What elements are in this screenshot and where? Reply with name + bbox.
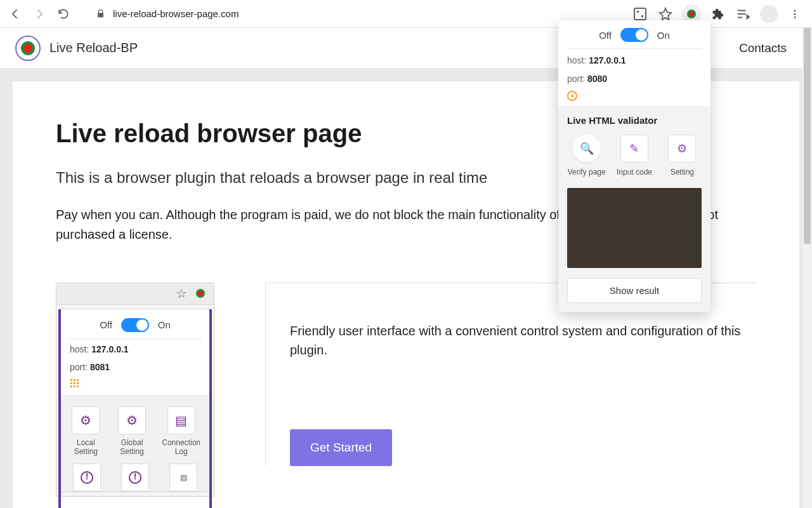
back-icon[interactable] [9, 8, 22, 20]
tile-input-code[interactable]: ✎Input code [615, 135, 653, 177]
toggle-on-label: On [158, 319, 171, 330]
svg-point-2 [794, 16, 796, 18]
tile-global-setting[interactable]: ⚙Global Setting [116, 406, 148, 456]
star-icon: ☆ [176, 286, 187, 301]
preview-panel [567, 188, 702, 268]
reload-icon[interactable] [57, 8, 70, 20]
mini-popup-preview: ☆ Off On host: 127.0.0.1 port: 8081 [56, 283, 214, 497]
lock-icon [94, 8, 107, 20]
star-icon[interactable] [657, 6, 674, 22]
host-value: 127.0.0.1 [91, 344, 128, 354]
popup-host-label: host: [567, 55, 586, 65]
get-started-button[interactable]: Get Started [290, 429, 392, 466]
popup-section-title: Live HTML validator [567, 115, 702, 126]
brand-name: Live Reload-BP [49, 41, 138, 55]
tile-verify-page[interactable]: 🔍Verify page [567, 135, 606, 177]
show-result-button[interactable]: Show result [567, 278, 702, 303]
host-label: host: [70, 344, 89, 354]
scrollbar[interactable] [802, 28, 812, 508]
popup-port-label: port: [567, 74, 585, 84]
toggle-off-label: Off [100, 319, 112, 330]
toggle-switch[interactable] [121, 318, 149, 332]
extensions-puzzle-icon[interactable] [709, 6, 726, 22]
menu-dots-icon[interactable] [787, 6, 803, 22]
forward-icon[interactable] [33, 8, 46, 20]
popup-off-label: Off [599, 30, 612, 41]
popup-port: 8080 [587, 74, 607, 84]
feature-description: Friendly user interface with a convenien… [290, 321, 756, 359]
back-circle-icon[interactable] [567, 91, 577, 101]
svg-point-0 [794, 10, 796, 11]
playlist-icon[interactable] [735, 6, 751, 22]
svg-point-1 [794, 13, 796, 15]
popup-host: 127.0.0.1 [589, 55, 625, 65]
profile-avatar[interactable] [760, 5, 778, 23]
port-label: port: [70, 362, 88, 372]
extension-popup: Off On host: 127.0.0.1 port: 8080 Live H… [558, 20, 710, 312]
nav-contacts[interactable]: Contacts [739, 41, 787, 55]
tile-setting[interactable]: ⚙Setting [663, 135, 702, 177]
popup-on-label: On [657, 30, 670, 41]
tile-local-setting[interactable]: ⚙Local Setting [70, 406, 102, 456]
warning-icon [81, 471, 93, 484]
tile-connection-log[interactable]: ▤Connection Log [162, 406, 200, 456]
address-bar[interactable]: live-reload-browser-page.com [86, 4, 615, 24]
qr-icon[interactable] [632, 6, 648, 22]
grid-icon [70, 378, 79, 387]
url-text: live-reload-browser-page.com [113, 8, 239, 19]
extension-icon [193, 286, 207, 300]
logo-icon [15, 36, 41, 61]
warning-icon [129, 471, 141, 484]
popup-toggle[interactable] [620, 28, 648, 42]
port-value: 8081 [90, 362, 110, 372]
